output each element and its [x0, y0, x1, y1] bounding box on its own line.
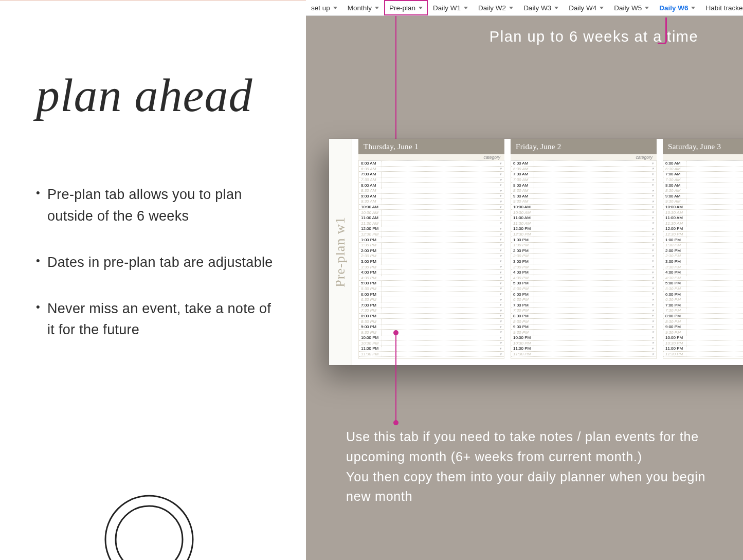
time-cell[interactable] — [686, 341, 743, 346]
chevron-down-icon[interactable]: ▾ — [650, 254, 656, 258]
sheet-tab[interactable]: Daily W3 — [518, 0, 564, 15]
chevron-down-icon[interactable] — [509, 7, 513, 9]
time-row[interactable]: 7:00 AM▾ — [359, 172, 504, 177]
chevron-down-icon[interactable]: ▾ — [498, 178, 504, 182]
time-cell[interactable] — [382, 254, 498, 259]
time-row[interactable]: 12:00 PM▾ — [511, 226, 656, 232]
time-cell[interactable] — [534, 194, 650, 199]
time-row[interactable]: 7:30 PM▾ — [663, 308, 743, 314]
time-cell[interactable] — [686, 352, 743, 357]
time-cell[interactable] — [534, 281, 650, 286]
time-cell[interactable] — [686, 205, 743, 210]
time-row[interactable]: 5:30 PM▾ — [359, 286, 504, 292]
sheet-tab[interactable]: set up — [306, 0, 342, 15]
chevron-down-icon[interactable] — [333, 7, 337, 9]
chevron-down-icon[interactable]: ▾ — [650, 347, 656, 351]
time-cell[interactable] — [686, 292, 743, 297]
time-cell[interactable] — [686, 297, 743, 302]
time-cell[interactable] — [382, 286, 498, 292]
time-cell[interactable] — [534, 221, 650, 226]
time-cell[interactable] — [382, 199, 498, 204]
time-row[interactable]: 6:30 AM▾ — [511, 167, 656, 172]
time-cell[interactable] — [534, 167, 650, 172]
time-row[interactable]: 11:30 AM▾ — [663, 221, 743, 227]
time-row[interactable]: 10:00 AM▾ — [511, 205, 656, 210]
chevron-down-icon[interactable]: ▾ — [650, 205, 656, 209]
time-row[interactable]: 8:30 PM▾ — [359, 319, 504, 324]
time-row[interactable]: 7:30 AM▾ — [511, 177, 656, 183]
time-cell[interactable] — [534, 210, 650, 215]
chevron-down-icon[interactable]: ▾ — [650, 243, 656, 247]
time-cell[interactable] — [382, 167, 498, 172]
time-row[interactable]: 11:30 PM▾ — [663, 352, 743, 357]
chevron-down-icon[interactable]: ▾ — [498, 319, 504, 323]
time-cell[interactable] — [534, 177, 650, 183]
time-cell[interactable] — [382, 259, 498, 264]
chevron-down-icon[interactable]: ▾ — [498, 270, 504, 275]
time-cell[interactable] — [534, 341, 650, 346]
time-cell[interactable] — [686, 248, 743, 254]
time-cell[interactable] — [534, 259, 650, 264]
chevron-down-icon[interactable]: ▾ — [650, 270, 656, 275]
chevron-down-icon[interactable] — [375, 7, 379, 9]
chevron-down-icon[interactable] — [464, 7, 468, 9]
time-cell[interactable] — [534, 254, 650, 259]
time-cell[interactable] — [686, 167, 743, 172]
chevron-down-icon[interactable]: ▾ — [498, 314, 504, 318]
time-row[interactable]: 2:30 PM▾ — [359, 254, 504, 259]
time-row[interactable]: 4:00 PM▾ — [359, 270, 504, 276]
time-row[interactable]: 11:00 PM▾ — [359, 346, 504, 352]
chevron-down-icon[interactable]: ▾ — [498, 254, 504, 258]
time-cell[interactable] — [382, 243, 498, 248]
chevron-down-icon[interactable]: ▾ — [650, 248, 656, 252]
chevron-down-icon[interactable]: ▾ — [650, 216, 656, 220]
time-cell[interactable] — [686, 314, 743, 319]
time-cell[interactable] — [382, 210, 498, 215]
time-cell[interactable] — [686, 199, 743, 204]
time-row[interactable]: 7:30 AM▾ — [359, 177, 504, 183]
time-cell[interactable] — [534, 248, 650, 254]
chevron-down-icon[interactable]: ▾ — [650, 194, 656, 198]
time-row[interactable]: 10:00 AM▾ — [359, 205, 504, 210]
time-row[interactable]: 6:00 PM▾ — [511, 292, 656, 297]
time-row[interactable]: 3:00 PM▾ — [359, 259, 504, 265]
time-cell[interactable] — [534, 297, 650, 302]
time-cell[interactable] — [686, 210, 743, 215]
chevron-down-icon[interactable]: ▾ — [498, 248, 504, 252]
chevron-down-icon[interactable]: ▾ — [650, 172, 656, 176]
time-row[interactable]: 7:30 PM▾ — [511, 308, 656, 314]
time-row[interactable]: 9:30 PM▾ — [663, 330, 743, 335]
time-cell[interactable] — [686, 183, 743, 188]
time-row[interactable]: 2:00 PM▾ — [511, 248, 656, 254]
time-row[interactable]: 1:30 PM▾ — [511, 243, 656, 248]
time-cell[interactable] — [686, 232, 743, 237]
time-cell[interactable] — [382, 183, 498, 188]
time-cell[interactable] — [534, 215, 650, 221]
time-row[interactable]: 10:00 PM▾ — [359, 335, 504, 341]
time-row[interactable]: 12:30 PM▾ — [359, 232, 504, 238]
time-cell[interactable] — [534, 275, 650, 280]
time-cell[interactable] — [534, 324, 650, 330]
time-cell[interactable] — [382, 172, 498, 177]
time-row[interactable]: 10:30 AM▾ — [511, 210, 656, 215]
time-cell[interactable] — [534, 302, 650, 308]
time-row[interactable]: 5:00 PM▾ — [511, 281, 656, 286]
time-row[interactable]: 2:30 PM▾ — [511, 254, 656, 259]
time-row[interactable]: 7:00 PM▾ — [663, 302, 743, 308]
time-row[interactable]: 5:00 PM▾ — [359, 281, 504, 286]
chevron-down-icon[interactable]: ▾ — [650, 161, 656, 166]
time-cell[interactable] — [686, 161, 743, 166]
chevron-down-icon[interactable]: ▾ — [498, 189, 504, 193]
time-cell[interactable] — [382, 177, 498, 183]
time-row[interactable]: 1:00 PM▾ — [359, 237, 504, 243]
time-row[interactable]: 8:00 PM▾ — [359, 314, 504, 319]
time-row[interactable]: 11:00 AM▾ — [359, 215, 504, 221]
time-cell[interactable] — [686, 243, 743, 248]
time-cell[interactable] — [534, 243, 650, 248]
time-row[interactable]: 6:30 PM▾ — [663, 297, 743, 303]
time-row[interactable]: 12:30 PM▾ — [511, 232, 656, 238]
time-cell[interactable] — [534, 352, 650, 357]
time-row[interactable]: 3:30 PM▾ — [359, 264, 504, 270]
time-row[interactable]: 3:30 PM▾ — [663, 264, 743, 270]
time-cell[interactable] — [686, 188, 743, 193]
